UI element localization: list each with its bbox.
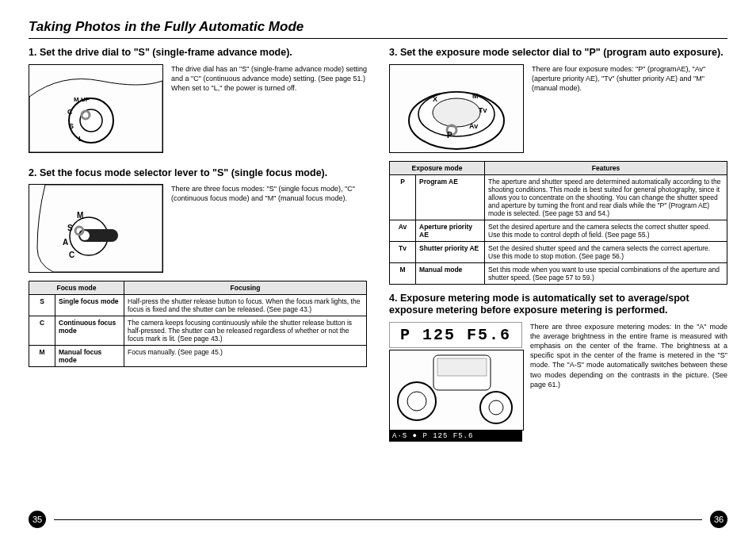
left-column: 1. Set the drive dial to "S" (single-fra…: [29, 47, 367, 511]
focus-mode-table: Focus mode Focusing S Single focus mode …: [29, 281, 367, 367]
right-column: 3. Set the exposure mode selector dial t…: [389, 47, 727, 511]
exp-row-mode: Shutter priority AE: [416, 241, 485, 262]
page-number-right: 36: [710, 511, 727, 528]
step-4: 4. Exposure metering mode is automatical…: [389, 293, 727, 450]
focus-row-mode: Manual focus mode: [55, 346, 124, 367]
focus-row-code: M: [29, 346, 55, 367]
step1-illustration: M.UP C S L: [29, 64, 163, 153]
footer-rule: [54, 519, 702, 520]
exp-dial-tv: Tv: [479, 106, 487, 114]
exp-table-h1: Exposure mode: [390, 161, 485, 174]
step2-illustration: M S A C: [29, 184, 163, 273]
lever-label-m: M: [77, 211, 83, 220]
step4-illustration: [389, 350, 524, 431]
step1-heading: 1. Set the drive dial to "S" (single-fra…: [29, 47, 367, 59]
step3-body: There are four exposure modes: "P" (prog…: [532, 64, 727, 153]
lever-label-s: S: [67, 224, 73, 232]
exposure-mode-table: Exposure mode Features P Program AE The …: [389, 161, 727, 285]
dial-label-mup: M.UP: [74, 96, 90, 103]
exp-row-desc: Set the desired aperture and the camera …: [485, 220, 727, 241]
exp-row-code: P: [390, 174, 416, 220]
exp-dial-m: M: [472, 92, 479, 100]
table-row: C Continuous focus mode The camera keeps…: [29, 316, 367, 346]
focus-table-h2: Focusing: [124, 281, 367, 295]
exp-row-desc: Set the desired shutter speed and the ca…: [485, 241, 727, 262]
exp-row-desc: The aperture and shutter speed are deter…: [485, 174, 727, 220]
title-rule: [29, 38, 727, 39]
step2-body: There are three focus modes: "S" (single…: [171, 184, 367, 273]
step-1: 1. Set the drive dial to "S" (single-fra…: [29, 47, 367, 161]
step-2: 2. Set the focus mode selector lever to …: [29, 167, 367, 368]
table-row: M Manual focus mode Focus manually. (See…: [29, 346, 367, 367]
step-3: 3. Set the exposure mode selector dial t…: [389, 47, 727, 285]
exp-row-mode: Aperture priority AE: [416, 220, 485, 241]
exp-row-mode: Program AE: [416, 174, 485, 220]
step3-illustration: X P Av Tv M: [389, 64, 524, 153]
lever-label-a: A: [63, 238, 68, 247]
exp-row-desc: Set this mode when you want to use speci…: [485, 262, 727, 284]
focus-table-h1: Focus mode: [29, 281, 124, 295]
exp-row-mode: Manual mode: [416, 262, 485, 284]
table-row: Tv Shutter priority AE Set the desired s…: [390, 241, 727, 262]
page-title: Taking Photos in the Fully Automatic Mod…: [29, 19, 727, 35]
step3-heading: 3. Set the exposure mode selector dial t…: [389, 47, 727, 59]
svg-point-5: [80, 231, 90, 240]
page-footer: 35 36: [29, 511, 727, 528]
dial-label-c: C: [67, 108, 73, 116]
step4-body: There are three exposure metering modes:…: [530, 322, 727, 442]
step4-heading: 4. Exposure metering mode is automatical…: [389, 293, 727, 317]
step1-body: The drive dial has an "S" (single-frame …: [171, 64, 367, 153]
exp-dial-x: X: [433, 95, 437, 103]
table-row: M Manual mode Set this mode when you wan…: [390, 262, 727, 284]
table-row: Av Aperture priority AE Set the desired …: [390, 220, 727, 241]
lcd-bottom-display: A·S ● P 125 F5.6: [389, 431, 522, 442]
focus-row-desc: Half-press the shutter release button to…: [124, 295, 367, 316]
focus-row-desc: Focus manually. (See page 45.): [124, 346, 367, 367]
svg-rect-12: [437, 358, 487, 376]
dial-label-l: L: [78, 135, 83, 143]
focus-row-code: S: [29, 295, 55, 316]
table-row: P Program AE The aperture and shutter sp…: [390, 174, 727, 220]
exp-dial-av: Av: [469, 122, 478, 130]
exp-table-h2: Features: [485, 161, 727, 174]
svg-point-14: [407, 392, 426, 411]
focus-row-mode: Single focus mode: [55, 295, 124, 316]
exp-row-code: Tv: [390, 241, 416, 262]
table-row: S Single focus mode Half-press the shutt…: [29, 295, 367, 316]
focus-row-mode: Continuous focus mode: [55, 316, 124, 346]
focus-row-desc: The camera keeps focusing continuously w…: [124, 316, 367, 346]
exp-row-code: Av: [390, 220, 416, 241]
lever-label-c: C: [69, 251, 74, 259]
svg-point-16: [489, 400, 503, 415]
exp-dial-p: P: [447, 131, 452, 140]
focus-row-code: C: [29, 316, 55, 346]
page-number-left: 35: [29, 511, 46, 528]
dial-label-s: S: [69, 122, 74, 130]
exp-row-code: M: [390, 262, 416, 284]
content-columns: 1. Set the drive dial to "S" (single-fra…: [29, 47, 727, 511]
step2-heading: 2. Set the focus mode selector lever to …: [29, 167, 367, 180]
lcd-top-display: P 125 F5.6: [389, 322, 522, 348]
